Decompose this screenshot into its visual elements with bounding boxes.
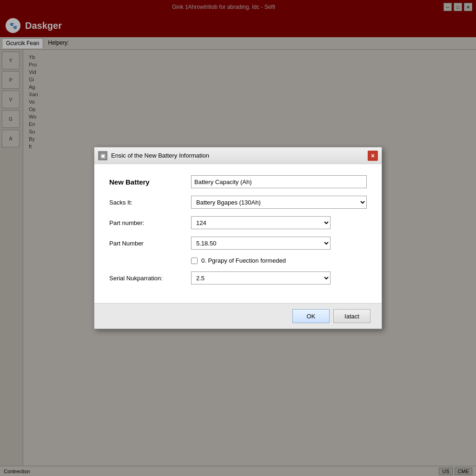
cancel-button[interactable]: Iatact: [333, 309, 370, 323]
part-number2-label: Part Number: [109, 240, 184, 247]
part-number2-select[interactable]: 5.18.50: [191, 237, 331, 250]
ok-button[interactable]: OK: [292, 309, 330, 323]
form-row-sacks-it: Sacks It: Battery Bgapes (130Ah): [109, 196, 367, 209]
modal-footer: OK Iatact: [94, 303, 382, 329]
app-window: Gink ‡Ahrowtritiob for abrading, Idc - S…: [0, 0, 476, 476]
form-row-new-battery: New Battery: [109, 175, 367, 188]
form-row-serial: Serial Nukparration: 2.5: [109, 271, 367, 284]
part-number-select[interactable]: 124: [191, 216, 331, 229]
modal-title-text: Ensic of the New Battery Information: [111, 152, 209, 159]
checkbox-row: 0. Pgrapy of Fuection formeded: [109, 257, 367, 264]
serial-label: Serial Nukparration:: [109, 275, 184, 282]
modal-icon-symbol: ▣: [100, 152, 106, 159]
new-battery-label: New Battery: [109, 178, 184, 186]
serial-select[interactable]: 2.5: [191, 271, 331, 284]
sacks-it-label: Sacks It:: [109, 199, 184, 206]
modal-close-button[interactable]: ×: [368, 151, 378, 161]
modal-overlay: ▣ Ensic of the New Battery Information ×…: [0, 0, 476, 476]
modal-dialog: ▣ Ensic of the New Battery Information ×…: [94, 147, 382, 329]
form-row-part-number2: Part Number 5.18.50: [109, 237, 367, 250]
modal-body: New Battery Sacks It: Battery Bgapes (13…: [94, 164, 382, 303]
pgrapy-checkbox[interactable]: [191, 258, 198, 264]
modal-title-bar: ▣ Ensic of the New Battery Information ×: [94, 147, 382, 164]
sacks-it-select[interactable]: Battery Bgapes (130Ah): [191, 196, 367, 209]
modal-icon: ▣: [98, 151, 107, 160]
form-row-part-number: Part number: 124: [109, 216, 367, 229]
new-battery-input[interactable]: [191, 175, 367, 188]
part-number-label: Part number:: [109, 219, 184, 226]
modal-title-left: ▣ Ensic of the New Battery Information: [98, 151, 209, 160]
checkbox-label: 0. Pgrapy of Fuection formeded: [201, 257, 286, 264]
